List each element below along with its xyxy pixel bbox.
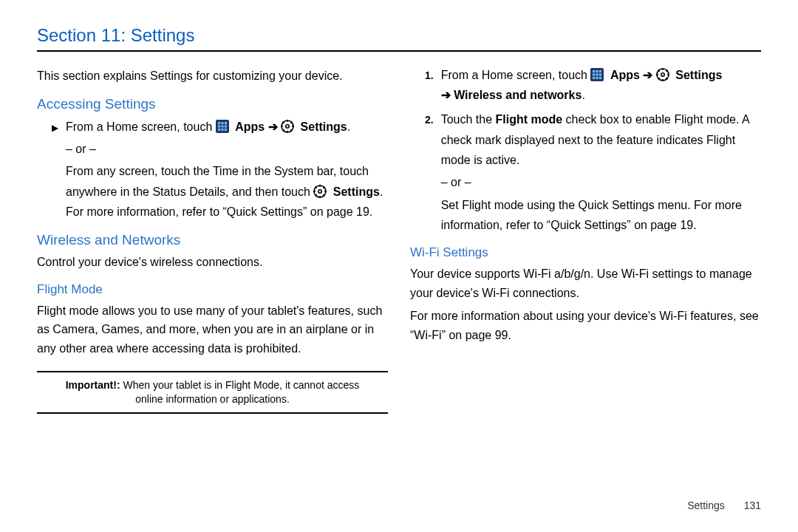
text: For more information about using your de… [410,310,759,322]
heading-accessing-settings: Accessing Settings [37,96,388,112]
footer-section-label: Settings [687,499,725,511]
settings-gear-icon [313,185,327,198]
wifi-text-2: For more information about using your de… [410,307,761,344]
left-column: This section explains Settings for custo… [37,61,388,414]
text: on page 19. [634,219,697,231]
step-body: Touch the Flight mode check box to enabl… [441,109,761,235]
triangle-bullet-icon: ▶ [52,120,58,222]
period: . [347,120,350,133]
heading-flight-mode: Flight Mode [37,282,388,297]
svg-rect-7 [218,128,220,130]
cross-ref: “Wi-Fi” [410,329,446,341]
svg-rect-5 [221,125,223,127]
wireless-networks-label: Wireless and networks [454,89,582,101]
step-number-2: 2. [425,112,434,235]
apps-grid-icon [216,120,229,133]
settings-label: Settings [301,120,347,133]
svg-point-29 [318,189,321,192]
settings-label: Settings [333,185,380,198]
text: From a Home screen, touch [66,120,216,133]
right-column: 1. From a Home screen, touch Apps ➔ Sett… [410,61,761,414]
step-body: From a Home screen, touch Apps ➔ Setting… [66,117,388,222]
apps-label: Apps [610,69,640,81]
section-title: Section 11: Settings [37,25,761,46]
text: on page 99. [446,329,511,341]
svg-rect-37 [593,77,595,79]
wifi-text-1: Your device supports Wi-Fi a/b/g/n. Use … [410,265,761,302]
text: on page 19. [307,205,372,218]
svg-rect-35 [596,73,598,75]
svg-rect-8 [221,128,223,130]
arrow-icon: ➔ [441,89,454,101]
text: Touch the [441,113,496,126]
settings-gear-icon [656,68,669,81]
wireless-text: Control your device's wireless connectio… [37,253,388,272]
important-note: Important!: When your tablet is in Fligh… [37,371,388,414]
svg-rect-3 [225,122,227,124]
arrow-icon: ➔ [268,120,281,133]
or-text: – or – [441,173,761,192]
svg-rect-36 [599,73,601,75]
intro-text: This section explains Settings for custo… [37,66,388,86]
rule [37,50,761,52]
step-body: From a Home screen, touch Apps ➔ Setting… [441,65,761,105]
svg-rect-6 [225,125,227,127]
svg-rect-4 [218,125,220,127]
svg-rect-1 [218,122,220,124]
apps-label: Apps [235,120,265,133]
page-number: 131 [744,499,761,511]
svg-point-19 [286,124,289,127]
svg-rect-38 [596,77,598,79]
svg-rect-34 [593,73,595,75]
apps-grid-icon [590,68,604,81]
period: . [582,89,584,101]
svg-rect-33 [599,70,601,72]
settings-gear-icon [281,120,294,133]
cross-ref: “Quick Settings” [223,205,307,218]
text: From a Home screen, touch [441,69,591,81]
step-number-1: 1. [425,67,434,105]
heading-wireless-networks: Wireless and Networks [37,232,388,248]
or-text: – or – [66,140,388,159]
flight-mode-label: Flight mode [496,113,563,126]
page-footer: Settings 131 [687,499,761,511]
important-label: Important!: [66,379,120,391]
arrow-icon: ➔ [643,69,655,81]
svg-point-49 [661,73,664,76]
important-text: When your tablet is in Flight Mode, it c… [120,379,360,405]
flight-mode-text: Flight mode allows you to use many of yo… [37,301,388,358]
svg-rect-32 [596,70,598,72]
svg-rect-9 [225,128,227,130]
heading-wifi-settings: Wi-Fi Settings [410,245,761,260]
svg-rect-2 [221,122,223,124]
svg-rect-31 [593,70,595,72]
svg-rect-39 [599,77,601,79]
cross-ref: “Quick Settings” [547,219,631,231]
settings-label: Settings [675,69,722,81]
